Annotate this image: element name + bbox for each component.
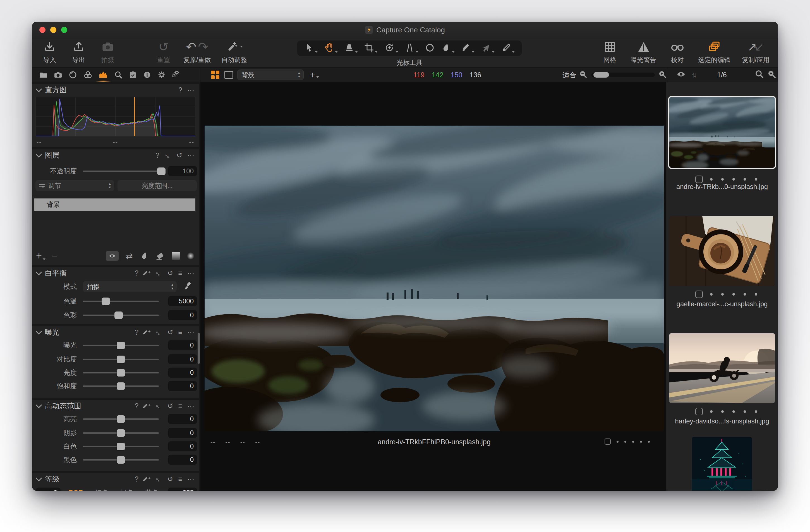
export-button[interactable]: 导出 [69,41,88,64]
more-icon[interactable]: ··· [187,475,194,483]
straighten-tool[interactable] [405,43,418,54]
undo-icon[interactable]: ↶ [186,41,196,53]
keystone-tool[interactable] [344,43,358,54]
select-tool[interactable] [304,43,318,54]
collapse-chevron-icon[interactable] [36,402,42,408]
help-icon[interactable]: ? [178,86,182,94]
expand-icon[interactable]: ↔ [154,327,164,337]
reset-icon[interactable]: ↺ [176,152,182,159]
rating-dot[interactable] [617,441,618,443]
layer-visibility-toggle[interactable] [106,251,119,261]
add-tool-button[interactable]: + [310,71,319,79]
select-checkbox[interactable] [695,408,703,415]
zoom-slider-handle[interactable] [594,72,609,78]
layer-row-background[interactable]: 背景 [34,198,195,211]
tab-metadata[interactable] [129,67,137,82]
reset-button[interactable]: ↺ 重置 [155,41,173,64]
brightness-value[interactable]: 0 [168,368,197,378]
redo-icon[interactable]: ↷ [198,41,208,53]
sort-icon[interactable]: ↑↓ [691,70,695,79]
main-image[interactable] [205,126,664,431]
layer-selector[interactable]: 背景 ▲▼ [237,69,304,80]
zoom-in-icon[interactable] [658,70,666,80]
rating-dot[interactable] [710,410,713,413]
rating-dot[interactable] [640,441,642,443]
more-icon[interactable]: ··· [187,403,194,409]
rating-dot[interactable] [755,410,757,413]
rating-dot[interactable] [710,293,713,295]
auto-icon[interactable] [144,475,150,482]
more-icon[interactable]: ··· [187,152,194,159]
grid-button[interactable]: 网格 [601,41,619,64]
help-icon[interactable]: ? [156,152,159,159]
rating-dot[interactable] [721,178,724,181]
temperature-value[interactable]: 5000 [168,296,197,306]
auto-icon[interactable] [144,329,150,336]
copy-apply-button[interactable]: ↗ ↙ 复制/应用 [742,41,770,64]
select-checkbox[interactable] [695,291,703,298]
capture-button[interactable]: 拍摄 [99,41,117,64]
presets-icon[interactable]: ≡ [178,403,182,409]
mask-settings-icon[interactable]: ⇄ [126,251,133,261]
thumbnail-temple[interactable] [692,437,752,491]
rating-dot[interactable] [744,410,746,413]
tab-batch[interactable] [172,67,181,82]
draw-mask-tool[interactable] [501,43,515,54]
presets-icon[interactable]: ≡ [178,329,182,336]
slider-handle[interactable] [117,456,125,464]
proof-button[interactable]: 校对 [668,41,687,64]
levels-channel-red[interactable]: 红色 [95,488,108,491]
slider-handle[interactable] [117,369,125,376]
help-icon[interactable]: ? [135,403,139,409]
rating-dot[interactable] [625,441,626,443]
rotate-tool[interactable] [384,43,398,54]
tab-color[interactable] [83,67,93,82]
wb-mode-dropdown[interactable]: 拍摄 ▲▼ [83,281,177,292]
rating-dot[interactable] [755,293,757,295]
select-checkbox[interactable] [604,438,611,445]
expand-icon[interactable]: ↔ [163,150,173,160]
remove-layer-button[interactable]: − [52,250,58,262]
contrast-value[interactable]: 0 [168,354,197,364]
auto-icon[interactable] [144,270,150,276]
tab-settings[interactable] [157,67,166,82]
radial-mask-tool[interactable] [425,43,435,54]
minimize-window-button[interactable] [50,27,56,33]
levels-channel-green[interactable]: 绿色 [120,488,133,491]
thumbnail-food[interactable] [669,216,775,286]
opacity-value[interactable]: 100 [168,166,197,176]
gradient-mask-icon[interactable] [172,252,180,260]
undo-redo-button[interactable]: ↶ ↷ 复原/重做 [183,41,211,64]
add-layer-button[interactable]: + [36,250,46,262]
shadow-value[interactable]: 0 [168,428,197,438]
help-icon[interactable]: ? [135,270,139,277]
saturation-slider[interactable] [83,385,159,387]
levels-min-value[interactable]: 0 [36,488,61,491]
more-icon[interactable]: ··· [187,329,194,336]
slider-handle[interactable] [117,356,125,363]
tab-capture[interactable] [53,67,63,82]
collapse-chevron-icon[interactable] [36,475,42,482]
opacity-slider[interactable] [83,171,164,172]
crop-tool[interactable] [364,43,378,54]
exposure-warning-button[interactable]: 曝光警告 [631,41,657,64]
rating-dot[interactable] [710,178,713,181]
opacity-slider-handle[interactable] [157,167,165,175]
slider-handle[interactable] [117,342,125,349]
collapse-chevron-icon[interactable] [36,328,42,335]
import-button[interactable]: 导入 [40,41,59,64]
slider-handle[interactable] [117,382,125,390]
single-view-icon[interactable] [224,71,233,79]
mask-brush-icon[interactable] [140,252,148,260]
auto-icon[interactable] [144,403,150,409]
adjust-dropdown[interactable]: 调节 ▲▼ [35,180,114,191]
tab-library[interactable] [39,67,48,82]
reset-icon[interactable]: ↺ [167,270,173,277]
tab-lens[interactable] [68,67,77,82]
reset-icon[interactable]: ↺ [167,403,173,409]
temperature-slider[interactable] [83,301,159,302]
luma-range-button[interactable]: 亮度范围... [117,180,197,191]
more-icon[interactable]: ··· [187,86,194,94]
tab-details[interactable] [114,67,123,82]
tab-adjustments[interactable] [99,67,108,82]
